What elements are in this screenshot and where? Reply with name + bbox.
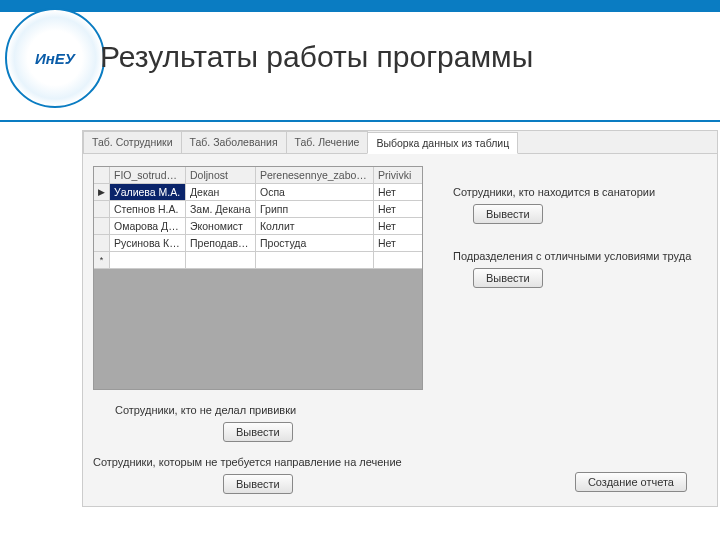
row-marker-icon (94, 235, 110, 251)
label-no-vaccine: Сотрудники, кто не делал прививки (115, 404, 423, 416)
page-title: Результаты работы программы (100, 40, 533, 74)
cell-pereness[interactable] (256, 252, 374, 268)
show-no-treatment-button[interactable]: Вывести (223, 474, 293, 494)
cell-privivki[interactable]: Нет (374, 235, 422, 251)
tab-treatment[interactable]: Таб. Лечение (286, 131, 369, 153)
grid-empty-area (94, 269, 422, 389)
cell-privivki[interactable]: Нет (374, 218, 422, 234)
cell-fio[interactable] (110, 252, 186, 268)
label-no-treatment: Сотрудники, которым не требуется направл… (93, 456, 423, 468)
grid-header: FIO_sotrudnika Doljnost Perenesennye_zab… (94, 167, 422, 184)
cell-privivki[interactable]: Нет (374, 184, 422, 200)
show-good-conditions-button[interactable]: Вывести (473, 268, 543, 288)
logo-text: ИнЕУ (35, 50, 75, 67)
cell-pereness[interactable]: Простуда (256, 235, 374, 251)
table-row-new[interactable]: * (94, 252, 422, 269)
cell-privivki[interactable] (374, 252, 422, 268)
logo-seal: ИнЕУ (5, 8, 105, 108)
row-marker-icon (94, 218, 110, 234)
table-row[interactable]: Степнов Н.А. Зам. Декана Грипп Нет (94, 201, 422, 218)
tab-employees[interactable]: Таб. Сотрудники (83, 131, 182, 153)
table-row[interactable]: ▶ Уалиева М.А. Декан Оспа Нет (94, 184, 422, 201)
table-row[interactable]: Омарова Д.И. Экономист Коллит Нет (94, 218, 422, 235)
col-privivki[interactable]: Privivki (374, 167, 422, 183)
cell-pereness[interactable]: Оспа (256, 184, 374, 200)
tab-body: FIO_sotrudnika Doljnost Perenesennye_zab… (83, 154, 717, 506)
tab-illnesses[interactable]: Таб. Заболевания (181, 131, 287, 153)
col-fio[interactable]: FIO_sotrudnika (110, 167, 186, 183)
col-doljnost[interactable]: Doljnost (186, 167, 256, 183)
create-report-button[interactable]: Создание отчета (575, 472, 687, 492)
row-marker-icon (94, 201, 110, 217)
cell-privivki[interactable]: Нет (374, 201, 422, 217)
label-in-sanatorium: Сотрудники, кто находится в санатории (453, 186, 707, 198)
label-good-conditions: Подразделения с отличными условиями труд… (453, 250, 707, 262)
cell-fio[interactable]: Уалиева М.А. (110, 184, 186, 200)
logo: ИнЕУ (5, 8, 115, 118)
show-in-sanatorium-button[interactable]: Вывести (473, 204, 543, 224)
cell-doljnost[interactable] (186, 252, 256, 268)
cell-fio[interactable]: Омарова Д.И. (110, 218, 186, 234)
cell-doljnost[interactable]: Экономист (186, 218, 256, 234)
show-no-vaccine-button[interactable]: Вывести (223, 422, 293, 442)
cell-doljnost[interactable]: Зам. Декана (186, 201, 256, 217)
cell-fio[interactable]: Русинова К.А. (110, 235, 186, 251)
table-row[interactable]: Русинова К.А. Преподават… Простуда Нет (94, 235, 422, 252)
app-window: Таб. Сотрудники Таб. Заболевания Таб. Ле… (82, 130, 718, 507)
row-marker-icon: ▶ (94, 184, 110, 200)
tab-selection[interactable]: Выборка данных из таблиц (367, 132, 518, 154)
data-grid[interactable]: FIO_sotrudnika Doljnost Perenesennye_zab… (93, 166, 423, 390)
cell-doljnost[interactable]: Преподават… (186, 235, 256, 251)
tab-strip: Таб. Сотрудники Таб. Заболевания Таб. Ле… (83, 131, 717, 154)
cell-fio[interactable]: Степнов Н.А. (110, 201, 186, 217)
cell-pereness[interactable]: Коллит (256, 218, 374, 234)
cell-doljnost[interactable]: Декан (186, 184, 256, 200)
cell-pereness[interactable]: Грипп (256, 201, 374, 217)
col-pereness[interactable]: Perenesennye_zaboleva (256, 167, 374, 183)
header-divider (0, 120, 720, 122)
row-marker-icon: * (94, 252, 110, 268)
